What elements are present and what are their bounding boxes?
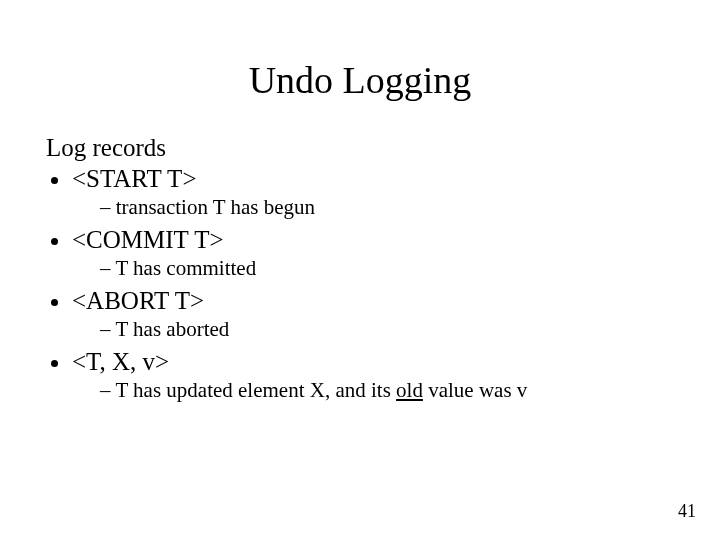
sub-list: transaction T has begun — [72, 195, 680, 220]
desc-text: T has aborted — [115, 317, 229, 341]
sub-list: T has committed — [72, 256, 680, 281]
list-item: <T, X, v> T has updated element X, and i… — [72, 348, 680, 403]
desc-text: T has committed — [115, 256, 256, 280]
sub-list: T has aborted — [72, 317, 680, 342]
desc-underline: old — [396, 378, 423, 402]
lead-text: Log records — [46, 134, 680, 162]
list-item: <COMMIT T> T has committed — [72, 226, 680, 281]
slide: Undo Logging Log records <START T> trans… — [0, 0, 720, 540]
list-item: <ABORT T> T has aborted — [72, 287, 680, 342]
slide-body: Log records <START T> transaction T has … — [0, 134, 720, 403]
sub-item: T has committed — [100, 256, 680, 281]
sub-item: T has updated element X, and its old val… — [100, 378, 680, 403]
log-entry: <COMMIT T> — [72, 226, 224, 253]
log-entry: <START T> — [72, 165, 197, 192]
log-entry: <T, X, v> — [72, 348, 169, 375]
desc-text: T has updated element X, and its — [115, 378, 396, 402]
desc-text: transaction T has begun — [116, 195, 315, 219]
list-item: <START T> transaction T has begun — [72, 165, 680, 220]
desc-text: value was v — [423, 378, 527, 402]
sub-item: T has aborted — [100, 317, 680, 342]
sub-list: T has updated element X, and its old val… — [72, 378, 680, 403]
log-entry: <ABORT T> — [72, 287, 204, 314]
slide-title: Undo Logging — [0, 0, 720, 130]
bullet-list: <START T> transaction T has begun <COMMI… — [46, 165, 680, 403]
sub-item: transaction T has begun — [100, 195, 680, 220]
page-number: 41 — [678, 501, 696, 522]
